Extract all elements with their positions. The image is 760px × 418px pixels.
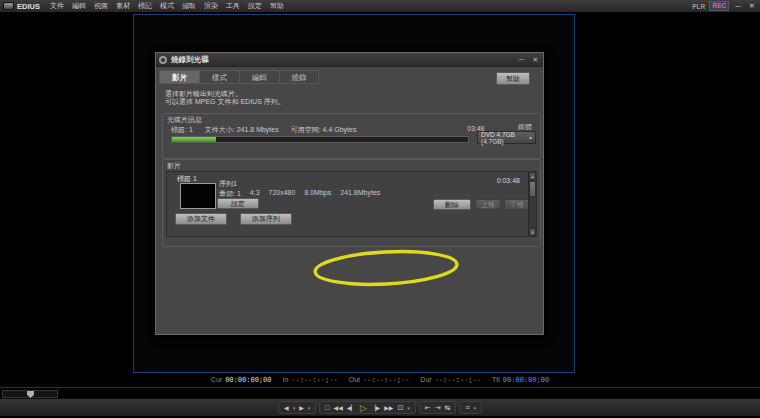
disc-capacity-bar: [171, 136, 469, 143]
sequence-duration: 0:03:48: [497, 177, 520, 184]
menu-render[interactable]: 渲染: [204, 1, 218, 11]
timecode-cur: Cur 00:00:00;00: [211, 376, 272, 384]
shuttle-slider[interactable]: [2, 390, 58, 398]
burn-to-disc-dialog: 燒錄到光碟 ─ ✕ 影片 樣式 編輯 燒錄 幫助 選擇影片輸出到光碟片。 可以選…: [155, 52, 544, 335]
player-mode-button[interactable]: PLR: [692, 3, 705, 10]
menu-capture[interactable]: 擷取: [182, 1, 196, 11]
recorder-mode-button[interactable]: REC: [709, 1, 729, 11]
dialog-titlebar[interactable]: 燒錄到光碟 ─ ✕: [156, 53, 543, 67]
disc-info-row: 標題: 1 文件大小: 241.8 Mbytes 可用空間: 4.4 Gbyte…: [171, 125, 356, 135]
next-frame-button[interactable]: ▕▶: [371, 403, 380, 413]
loop-playback-button[interactable]: ↹: [445, 403, 451, 413]
disc-title-count: 標題: 1: [171, 125, 193, 135]
menu-settings[interactable]: 設定: [248, 1, 262, 11]
dialog-close-button[interactable]: ✕: [531, 56, 540, 64]
disc-icon: [159, 56, 167, 64]
sequence-name: 序列1: [219, 179, 237, 189]
chevron-down-icon: ▾: [529, 134, 532, 141]
timecode-in: In --:--:--;--: [283, 376, 338, 384]
set-in-point-button[interactable]: ◀: [284, 403, 289, 413]
menu-file[interactable]: 文件: [50, 1, 64, 11]
menu-mode[interactable]: 模式: [160, 1, 174, 11]
timecode-dur: Dur --:--:--;--: [420, 376, 481, 384]
timecode-ttl: Ttl 00:00:00;00: [492, 376, 549, 384]
add-file-button[interactable]: 添加文件: [175, 213, 227, 225]
set-out-point-button[interactable]: ▶: [299, 403, 304, 413]
dialog-minimize-button[interactable]: ─: [517, 56, 526, 64]
window-minimize-button[interactable]: ─: [733, 3, 743, 10]
display-output-button[interactable]: ⊡: [397, 403, 403, 413]
shuttle-handle[interactable]: [27, 391, 34, 398]
disc-free-space: 可用空間: 4.4 Gbytes: [291, 125, 357, 135]
timecode-out: Out --:--:--;--: [349, 376, 410, 384]
app-name: EDIUS: [17, 2, 40, 11]
menu-help[interactable]: 幫助: [270, 1, 284, 11]
edius-application-window: EDIUS 文件 編輯 視圖 素材 標記 模式 擷取 渲染 工具 設定 幫助 P…: [0, 0, 760, 418]
movie-list-scrollbar[interactable]: ▲ ▼: [528, 172, 536, 236]
move-up-button[interactable]: 上移: [475, 199, 501, 210]
goto-out-point-button[interactable]: ⇥: [435, 403, 441, 413]
movie-section-title: 影片: [167, 161, 181, 171]
edius-logo-icon: [3, 2, 14, 10]
transport-bar: ◀ ▾ ▶ ▾ □ ◀◀ ◀▏ ▷ ▕▶ ▶▶ ⊡ ▾ ⇤ ⇥ ↹ ≡ ▾: [0, 398, 760, 416]
rewind-button[interactable]: ◀◀: [334, 403, 343, 413]
dialog-description: 選擇影片輸出到光碟片。 可以選擇 MPEG 文件和 EDIUS 序列。: [165, 90, 285, 106]
extra-controls-group: ≡ ▾: [459, 401, 482, 414]
set-in-dropdown-icon[interactable]: ▾: [293, 405, 296, 411]
timecode-strip: Cur 00:00:00;00 In --:--:--;-- Out --:--…: [0, 374, 760, 386]
help-button[interactable]: 幫助: [496, 72, 530, 85]
tab-edit[interactable]: 編輯: [239, 70, 279, 84]
transport-menu-button[interactable]: ≡: [465, 403, 469, 413]
set-out-dropdown-icon[interactable]: ▾: [308, 405, 311, 411]
menu-clip[interactable]: 素材: [116, 1, 130, 11]
menu-bar: EDIUS 文件 編輯 視圖 素材 標記 模式 擷取 渲染 工具 設定 幫助 P…: [0, 0, 760, 12]
playback-buttons-group: □ ◀◀ ◀▏ ▷ ▕▶ ▶▶ ⊡ ▾: [319, 401, 415, 414]
media-dropdown-value: DVD 4.7GB (4.7GB): [481, 131, 529, 145]
fast-forward-button[interactable]: ▶▶: [384, 403, 393, 413]
dialog-title: 燒錄到光碟: [171, 55, 209, 65]
menu-marker[interactable]: 標記: [138, 1, 152, 11]
menu-view[interactable]: 視圖: [94, 1, 108, 11]
settings-button[interactable]: 設定: [217, 198, 259, 209]
yellow-ellipse: [314, 248, 457, 287]
menu-tools[interactable]: 工具: [226, 1, 240, 11]
play-button[interactable]: ▷: [360, 403, 367, 413]
disc-info-section-title: 光碟片訊息: [167, 115, 202, 125]
transport-menu-dropdown-icon[interactable]: ▾: [473, 405, 476, 411]
mark-buttons-group: ◀ ▾ ▶ ▾: [278, 401, 316, 414]
window-close-button[interactable]: ✕: [747, 2, 757, 10]
scrollbar-thumb[interactable]: [529, 181, 536, 197]
movie-group: 影片 標題 1 序列1 章節: 1 4:3 720x480 8.0Mbps 24…: [162, 159, 541, 247]
goto-in-point-button[interactable]: ⇤: [425, 403, 431, 413]
description-line-2: 可以選擇 MPEG 文件和 EDIUS 序列。: [165, 98, 285, 106]
previous-frame-button[interactable]: ◀▏: [347, 403, 356, 413]
panel-separator-line: [0, 387, 760, 388]
sequence-size: 241.8Mbytes: [340, 189, 380, 199]
movie-list-panel: 標題 1 序列1 章節: 1 4:3 720x480 8.0Mbps 241.8…: [166, 171, 537, 237]
delete-button[interactable]: 刪除: [433, 199, 471, 210]
disc-info-group: 光碟片訊息 標題: 1 文件大小: 241.8 Mbytes 可用空間: 4.4…: [162, 113, 541, 159]
sequence-resolution: 720x480: [269, 189, 296, 199]
display-dropdown-icon[interactable]: ▾: [407, 405, 410, 411]
tab-write[interactable]: 燒錄: [279, 70, 319, 84]
tab-style[interactable]: 樣式: [199, 70, 239, 84]
disc-file-size: 文件大小: 241.8 Mbytes: [205, 125, 279, 135]
menu-edit[interactable]: 編輯: [72, 1, 86, 11]
tab-movie[interactable]: 影片: [159, 70, 199, 84]
description-line-1: 選擇影片輸出到光碟片。: [165, 90, 285, 98]
sequence-thumbnail: [180, 183, 216, 209]
stop-button[interactable]: □: [325, 403, 329, 413]
dialog-tabs: 影片 樣式 編輯 燒錄: [159, 70, 319, 84]
media-dropdown[interactable]: DVD 4.7GB (4.7GB) ▾: [477, 131, 536, 144]
scroll-down-icon[interactable]: ▼: [529, 228, 536, 236]
jump-buttons-group: ⇤ ⇥ ↹: [419, 401, 457, 414]
add-sequence-button[interactable]: 添加序列: [240, 213, 292, 225]
scroll-up-icon[interactable]: ▲: [529, 172, 536, 180]
sequence-bitrate: 8.0Mbps: [304, 189, 331, 199]
highlight-ellipse-annotation: [304, 246, 468, 292]
disc-capacity-fill: [172, 137, 216, 142]
move-down-button[interactable]: 下移: [504, 199, 530, 210]
